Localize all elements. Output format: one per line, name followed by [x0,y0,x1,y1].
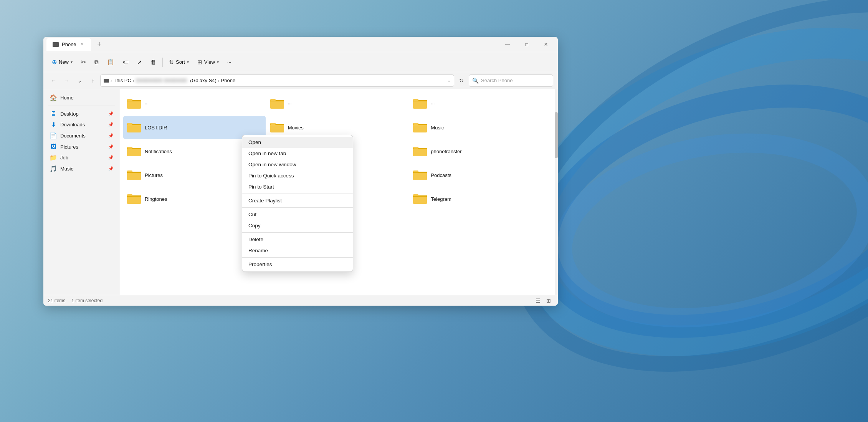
forward-button[interactable]: → [61,75,73,86]
ctx-pin-quick[interactable]: Pin to Quick access [242,170,353,181]
svg-rect-13 [127,124,141,132]
list-item[interactable]: ··· [409,92,552,115]
minimize-button[interactable]: — [499,38,516,51]
items-count: 21 items [48,298,65,303]
svg-rect-10 [413,100,427,109]
list-item[interactable]: Telegram [409,187,552,210]
tab-title: Phone [62,41,76,47]
sidebar-item-pictures[interactable]: 🖼 Pictures 📌 [45,141,118,152]
breadcrumb-galaxy[interactable]: (Galaxy S4) [190,78,217,83]
ctx-delete[interactable]: Delete [242,234,353,245]
folder-icon [270,122,284,133]
svg-rect-37 [413,195,427,204]
sidebar-item-downloads[interactable]: ⬇ Downloads 📌 [45,119,118,130]
list-item[interactable]: Music [409,116,552,139]
up-button[interactable]: ↑ [87,75,99,86]
maximize-button[interactable]: □ [518,38,536,51]
active-tab[interactable]: Phone × [46,38,91,51]
copy-icon: ⧉ [94,59,99,66]
grid-view-button[interactable]: ⊞ [544,296,553,305]
ctx-separator-1 [242,194,353,194]
list-item[interactable]: ··· [266,92,409,115]
scrollbar-thumb[interactable] [555,112,558,158]
file-name: Podcasts [431,172,451,178]
ctx-rename[interactable]: Rename [242,245,353,256]
list-item[interactable]: ··· [123,92,266,115]
copy-button[interactable]: ⧉ [91,57,103,68]
svg-rect-6 [127,99,132,101]
file-name: Telegram [431,196,451,202]
list-item[interactable]: phonetransfer [409,140,552,163]
refresh-button[interactable]: ↻ [456,75,467,86]
tab-close-button[interactable]: × [79,42,85,47]
documents-icon: 📄 [50,132,57,139]
svg-rect-9 [270,99,276,101]
folder-icon [127,122,141,133]
scrollbar[interactable] [555,89,558,295]
cut-icon: ✂ [81,58,86,66]
sidebar-item-documents[interactable]: 📄 Documents 📌 [45,130,118,141]
ctx-pin-start-label: Pin to Start [248,184,274,190]
ctx-create-playlist[interactable]: Create Playlist [242,195,353,206]
share-button[interactable]: ↗ [133,57,146,68]
sidebar-documents-label: Documents [60,133,86,139]
file-name: ··· [145,101,149,106]
ctx-open-new-tab[interactable]: Open in new tab [242,148,353,159]
delete-button[interactable]: 🗑 [147,57,160,67]
sort-button[interactable]: ⇅ Sort ▾ [165,57,193,68]
ctx-copy[interactable]: Copy [242,220,353,231]
svg-rect-36 [127,194,132,196]
svg-rect-30 [127,170,132,172]
more-button[interactable]: ··· [223,57,235,67]
folder-icon [270,98,284,109]
addressbar-chevron-icon[interactable]: ⌄ [447,78,451,83]
ctx-pin-start[interactable]: Pin to Start [242,181,353,192]
breadcrumb-this-pc[interactable]: This PC [114,78,131,83]
file-name: Ringtones [145,196,167,202]
folder-icon [413,122,427,133]
context-menu: Open Open in new tab Open in new window … [242,135,353,272]
sidebar-item-music[interactable]: 🎵 Music 📌 [45,163,118,174]
ctx-cut[interactable]: Cut [242,209,353,220]
breadcrumb-device-name[interactable]: XXXXXXXX XXXXXXX [136,78,187,83]
file-name: Notifications [145,149,172,154]
svg-rect-33 [413,170,418,172]
address-bar[interactable]: › This PC › XXXXXXXX XXXXXXX (Galaxy S4)… [100,74,454,87]
svg-point-3 [549,121,868,340]
navigation-row: ← → ⌄ ↑ › This PC › XXXXXXXX XXXXXXX (Ga… [43,72,558,89]
file-name: ··· [288,101,292,106]
close-button[interactable]: ✕ [537,38,555,51]
sort-label: Sort [176,59,185,65]
new-tab-button[interactable]: + [94,39,105,50]
music-icon: 🎵 [50,165,57,172]
svg-rect-27 [413,147,418,149]
search-bar[interactable]: 🔍 Search Phone [469,74,553,87]
back-button[interactable]: ← [48,75,60,86]
paste-button[interactable]: 📋 [103,57,118,68]
pin-icon-5: 📌 [108,155,114,160]
file-name: LOST.DIR [145,125,167,131]
folder-icon [127,169,141,181]
file-explorer-window: Phone × + — □ ✕ ⊕ New ▾ ✂ ⧉ 📋 🏷 [43,37,558,306]
search-placeholder: Search Phone [481,78,513,83]
recent-button[interactable]: ⌄ [74,75,86,86]
sidebar-item-job[interactable]: 📁 Job 📌 [45,152,118,163]
ctx-properties[interactable]: Properties [242,259,353,270]
ctx-cut-label: Cut [248,212,256,217]
sidebar-divider [48,106,115,106]
list-item[interactable]: Podcasts [409,164,552,187]
ctx-open-new-window[interactable]: Open in new window [242,159,353,170]
folder-icon [413,193,427,205]
view-button[interactable]: ⊞ View ▾ [193,57,223,68]
tab-icon [53,42,59,47]
file-name: ··· [431,101,435,106]
sidebar-item-desktop[interactable]: 🖥 Desktop 📌 [45,108,118,119]
new-button[interactable]: ⊕ New ▾ [48,56,76,68]
sidebar-item-home[interactable]: 🏠 Home [45,92,118,103]
breadcrumb-phone[interactable]: Phone [221,78,236,83]
list-view-button[interactable]: ☰ [533,296,542,305]
ctx-open[interactable]: Open [242,137,353,148]
rename-button[interactable]: 🏷 [119,57,132,67]
ctx-create-playlist-label: Create Playlist [248,198,282,204]
cut-button[interactable]: ✂ [77,56,90,68]
